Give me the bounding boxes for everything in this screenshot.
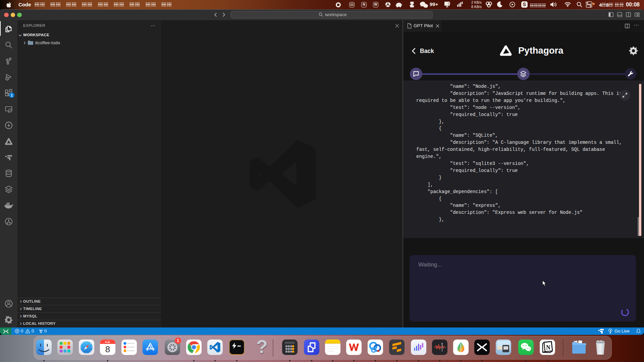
svg-text:N: N	[546, 344, 550, 351]
